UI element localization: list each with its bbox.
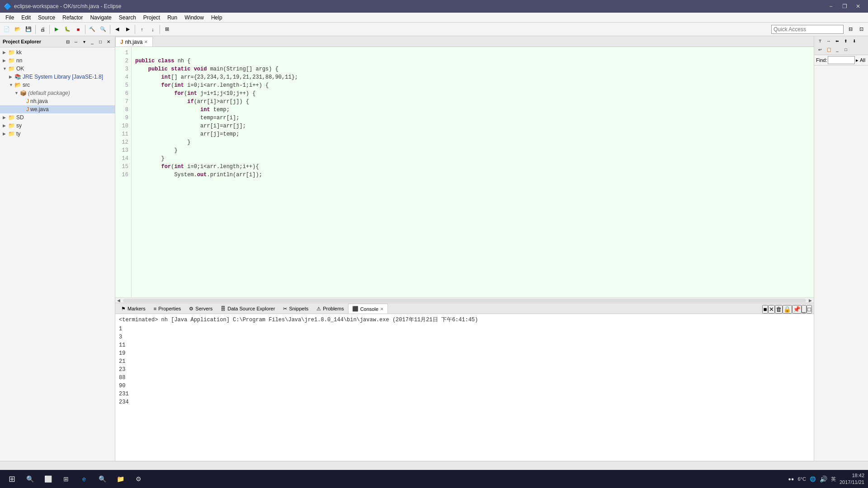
- toolbar-back[interactable]: ◀: [112, 24, 122, 34]
- ln-16: 16: [118, 171, 128, 179]
- tab-servers[interactable]: ⚙ Servers: [185, 304, 217, 314]
- tree-item-nhjava[interactable]: J nh.java: [0, 97, 115, 105]
- rp-btn-1[interactable]: T: [816, 37, 824, 45]
- tree-item-src[interactable]: ▼ 📂 src: [0, 81, 115, 89]
- close-button[interactable]: ✕: [852, 2, 864, 11]
- pe-menu[interactable]: ▾: [80, 38, 88, 45]
- tree-label-nn: nn: [16, 57, 22, 64]
- toolbar-open[interactable]: 📂: [13, 24, 23, 34]
- console-tab-close[interactable]: ✕: [380, 307, 384, 311]
- tree-item-jre[interactable]: ▶ 📚 JRE System Library [JavaSE-1.8]: [0, 73, 115, 81]
- tree-item-kk[interactable]: ▶ 📁 kk: [0, 48, 115, 56]
- tree-label-jre: JRE System Library [JavaSE-1.8]: [23, 74, 103, 80]
- toolbar-next-edit[interactable]: ↓: [148, 24, 158, 34]
- rp-btn-2[interactable]: ↔: [825, 37, 833, 45]
- console-pin[interactable]: 📌: [792, 305, 802, 314]
- menu-edit[interactable]: Edit: [18, 14, 34, 22]
- quick-access-input[interactable]: [771, 25, 844, 34]
- toolbar-stop[interactable]: ■: [73, 24, 83, 34]
- taskbar-start[interactable]: ⊞: [4, 471, 20, 487]
- toolbar-maximize-view[interactable]: ⊡: [856, 24, 866, 34]
- menu-help[interactable]: Help: [208, 14, 226, 22]
- tab-label-datasource: Data Source Explorer: [227, 306, 275, 311]
- console-line-7: 88: [119, 374, 810, 382]
- h-scroll-right[interactable]: ▶: [807, 298, 814, 303]
- taskbar-search[interactable]: 🔍: [22, 471, 38, 487]
- toolbar-build[interactable]: 🔨: [87, 24, 97, 34]
- toolbar-print[interactable]: 🖨: [38, 24, 47, 34]
- toolbar-new[interactable]: 📄: [2, 24, 12, 34]
- tree-item-ty[interactable]: ▶ 📁 ty: [0, 130, 115, 138]
- console-terminate[interactable]: ■: [762, 305, 768, 314]
- editor-tab-nhjava[interactable]: J nh.java ✕: [115, 37, 153, 47]
- taskbar-explorer[interactable]: 📁: [112, 471, 128, 487]
- toolbar-perspective[interactable]: ⊞: [162, 24, 172, 34]
- tree-item-wejava[interactable]: J we.java: [0, 105, 115, 113]
- toolbar-forward[interactable]: ▶: [123, 24, 133, 34]
- tree-item-sy[interactable]: ▶ 📁 sy: [0, 122, 115, 130]
- rp-btn-5[interactable]: ⬇: [850, 37, 859, 45]
- menu-navigate[interactable]: Navigate: [86, 14, 115, 22]
- tab-properties[interactable]: ≡ Properties: [150, 304, 185, 314]
- h-scroll-left[interactable]: ◀: [115, 298, 122, 303]
- rp-btn-4[interactable]: ⬆: [842, 37, 850, 45]
- toolbar-save[interactable]: 💾: [24, 24, 33, 34]
- rp-btn-7[interactable]: 📋: [825, 46, 833, 54]
- console-maximize[interactable]: □: [807, 305, 812, 314]
- console-scroll-lock[interactable]: 🔒: [783, 305, 792, 314]
- tab-datasource[interactable]: 🗄 Data Source Explorer: [217, 304, 279, 314]
- taskbar-edge[interactable]: e: [76, 471, 92, 487]
- find-input[interactable]: [828, 56, 855, 64]
- pe-close[interactable]: ✕: [105, 38, 112, 45]
- tree-item-OK[interactable]: ▼ 📁 OK: [0, 65, 115, 73]
- menu-search[interactable]: Search: [115, 14, 140, 22]
- console-minimize[interactable]: _: [802, 305, 807, 314]
- tab-problems[interactable]: ⚠ Problems: [312, 304, 348, 314]
- console-line-3: 11: [119, 341, 810, 349]
- pe-minimize[interactable]: _: [89, 38, 96, 45]
- toolbar-sep-1: [35, 25, 36, 34]
- rp-btn-3[interactable]: ⬅: [833, 37, 841, 45]
- editor-content[interactable]: 1 2 3 4 5 6 7 8 9 10 11 12 13 14: [115, 47, 814, 297]
- tab-snippets[interactable]: ✂ Snippets: [279, 304, 312, 314]
- rp-btn-6[interactable]: ↩: [816, 46, 824, 54]
- toolbar-prev-edit[interactable]: ↑: [137, 24, 147, 34]
- toolbar-search[interactable]: 🔍: [98, 24, 108, 34]
- menu-refactor[interactable]: Refactor: [59, 14, 86, 22]
- tab-markers[interactable]: ⚑ Markers: [117, 304, 150, 314]
- rp-btn-8[interactable]: _: [833, 46, 841, 54]
- taskbar-task-view[interactable]: ⬜: [40, 471, 56, 487]
- editor-horizontal-scroll[interactable]: ◀ ▶: [115, 297, 814, 303]
- console-remove[interactable]: ✕: [768, 305, 775, 314]
- rp-btn-9[interactable]: □: [842, 46, 850, 54]
- tree-arrow-SD: ▶: [3, 115, 8, 120]
- menu-project[interactable]: Project: [140, 14, 164, 22]
- taskbar: ⊞ 🔍 ⬜ ⊞ e 🔍 📁 ⚙ ●● 6°C 🌐 🔊 英 18:42 2017/…: [0, 470, 868, 488]
- menu-run[interactable]: Run: [164, 14, 181, 22]
- tab-icon-snippets: ✂: [283, 306, 287, 312]
- tab-console[interactable]: ⬛ Console ✕: [348, 304, 388, 314]
- taskbar-clock[interactable]: 18:42 2017/11/21: [840, 472, 864, 486]
- toolbar-run[interactable]: ▶: [52, 24, 61, 34]
- maximize-button[interactable]: ❐: [838, 2, 851, 11]
- pe-sync[interactable]: ↔: [72, 38, 80, 45]
- menu-source[interactable]: Source: [34, 14, 59, 22]
- taskbar-store[interactable]: ⊞: [58, 471, 74, 487]
- minimize-button[interactable]: −: [825, 2, 837, 11]
- tab-close-nh[interactable]: ✕: [144, 40, 148, 44]
- pe-collapse[interactable]: ⊟: [64, 38, 71, 45]
- menu-bar: File Edit Source Refactor Navigate Searc…: [0, 13, 868, 23]
- taskbar-settings[interactable]: ⚙: [130, 471, 146, 487]
- tree-item-SD[interactable]: ▶ 📁 SD: [0, 113, 115, 122]
- toolbar-debug[interactable]: 🐛: [62, 24, 72, 34]
- taskbar-cortana[interactable]: 🔍: [94, 471, 110, 487]
- code-editor[interactable]: public class nh { public static void mai…: [132, 47, 814, 297]
- tree-item-defpkg[interactable]: ▼ 📦 (default package): [0, 89, 115, 97]
- pe-maximize[interactable]: □: [97, 38, 104, 45]
- tree-item-nn[interactable]: ▶ 📁 nn: [0, 56, 115, 65]
- menu-window[interactable]: Window: [181, 14, 208, 22]
- menu-file[interactable]: File: [2, 14, 18, 22]
- find-all[interactable]: ▸ All: [856, 57, 865, 63]
- toolbar-qa-btn[interactable]: ⊟: [845, 24, 855, 34]
- console-clear[interactable]: 🗑: [775, 305, 783, 314]
